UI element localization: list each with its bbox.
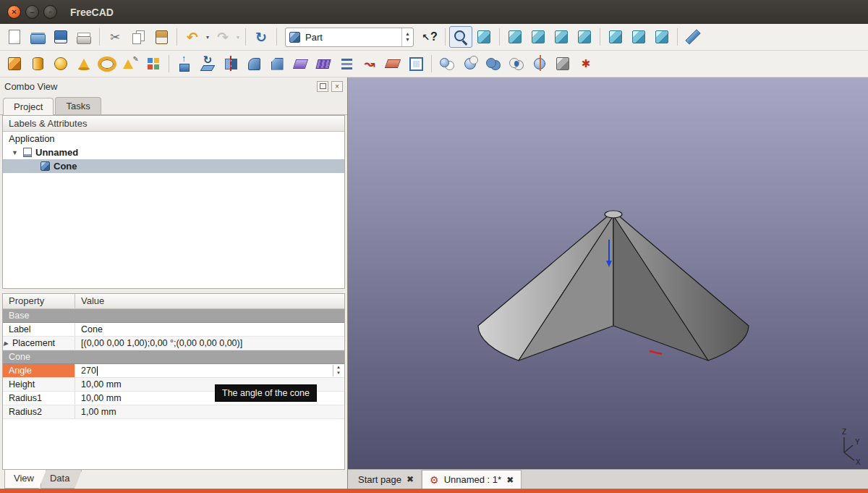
left-view-icon[interactable] (627, 26, 650, 48)
offset-icon[interactable] (404, 53, 427, 75)
combo-view-tabs: Project Tasks (0, 95, 347, 115)
shape-builder-icon[interactable] (142, 53, 165, 75)
dimetric-view-icon[interactable] (650, 26, 673, 48)
tree-item-application[interactable]: Application (3, 132, 344, 146)
tab-tasks[interactable]: Tasks (55, 97, 101, 114)
tab-project[interactable]: Project (3, 98, 54, 115)
refresh-icon[interactable] (250, 26, 273, 48)
tree-header: Labels & Attributes (3, 116, 344, 132)
paste-icon[interactable] (150, 26, 173, 48)
document-icon (23, 148, 32, 157)
torus-icon[interactable] (95, 53, 119, 75)
section-icon[interactable] (381, 53, 404, 75)
new-document-icon[interactable] (3, 26, 26, 48)
window-bottom-edge (0, 489, 868, 493)
tree-item-unnamed[interactable]: Unnamed (3, 146, 344, 159)
separator (99, 28, 100, 46)
mirror-icon[interactable] (219, 53, 242, 75)
redo-dropdown-arrow[interactable]: ▾ (234, 26, 242, 48)
property-group-base[interactable]: Base (3, 309, 344, 323)
part-workbench-icon (289, 32, 300, 43)
sphere-icon[interactable] (49, 53, 72, 75)
open-document-icon[interactable] (26, 26, 49, 48)
tab-start-page[interactable]: Start page (351, 470, 422, 489)
close-panel-icon[interactable]: × (331, 81, 343, 92)
top-view-icon[interactable] (527, 26, 550, 48)
ruled-surface-icon[interactable] (312, 53, 335, 75)
cone-shape-icon (41, 161, 50, 171)
front-view-icon[interactable] (503, 26, 527, 48)
compound-icon[interactable] (551, 53, 574, 75)
viewport-panel: Z Y X Start page Unnamed : 1* (348, 77, 868, 489)
union-icon[interactable] (482, 53, 505, 75)
tab-view[interactable]: View (4, 470, 46, 489)
window-close-button[interactable]: ✕ (7, 5, 21, 19)
fillet-icon[interactable] (242, 53, 265, 75)
tab-unnamed-document[interactable]: Unnamed : 1* (422, 470, 522, 489)
property-row-label[interactable]: Label Cone (3, 323, 344, 337)
box-icon[interactable] (3, 53, 26, 75)
axis-indicator: Z Y X (842, 428, 861, 466)
create-primitives-icon[interactable] (119, 53, 142, 75)
right-view-icon[interactable] (550, 26, 573, 48)
bottom-view-icon[interactable] (604, 26, 627, 48)
close-tab-icon[interactable] (407, 474, 414, 484)
column-value: Value (75, 294, 344, 308)
property-group-cone[interactable]: Cone (3, 350, 344, 364)
save-document-icon[interactable] (49, 26, 72, 48)
copy-icon[interactable] (127, 26, 150, 48)
property-row-angle[interactable]: Angle 270 ▲▼ (3, 364, 344, 378)
fit-all-icon[interactable] (449, 26, 472, 48)
expander-icon[interactable] (12, 149, 19, 156)
cone-icon[interactable] (72, 53, 95, 75)
separator (499, 28, 500, 46)
chamfer-icon[interactable] (265, 53, 289, 75)
redo-icon[interactable] (211, 26, 234, 48)
float-panel-icon[interactable] (317, 81, 328, 92)
separator (431, 55, 432, 72)
window-minimize-button[interactable]: – (25, 5, 39, 19)
combo-view-header: Combo View × (0, 77, 347, 95)
tooltip: The angle of the cone (215, 384, 317, 402)
intersection-icon[interactable] (505, 53, 528, 75)
workbench-selector-spinner[interactable]: ▲▼ (401, 28, 413, 46)
sweep-icon[interactable] (358, 53, 381, 75)
property-row-placement[interactable]: Placement [(0,00 0,00 1,00);0,00 °;(0,00… (3, 337, 344, 350)
cut-icon[interactable] (103, 26, 127, 48)
section-cut-icon[interactable] (528, 53, 551, 75)
make-face-icon[interactable] (289, 53, 312, 75)
loft-icon[interactable] (335, 53, 358, 75)
measure-distance-icon[interactable] (681, 26, 705, 48)
window-title: FreeCAD (70, 7, 114, 18)
undo-dropdown-arrow[interactable]: ▾ (204, 26, 211, 48)
tab-data[interactable]: Data (41, 470, 82, 489)
workbench-selector[interactable]: Part ▲▼ (285, 28, 414, 47)
separator (176, 28, 177, 46)
undo-icon[interactable] (181, 26, 204, 48)
angle-spinner[interactable]: ▲▼ (333, 365, 344, 376)
tree-item-cone[interactable]: Cone (3, 159, 344, 173)
revolve-icon[interactable] (196, 53, 219, 75)
property-row-radius2[interactable]: Radius2 1,00 mm (3, 405, 344, 419)
angle-value-input[interactable]: 270 ▲▼ (75, 364, 344, 377)
defeaturing-icon[interactable] (574, 53, 597, 75)
axonometric-view-icon[interactable] (472, 26, 495, 48)
whats-this-icon[interactable] (418, 26, 441, 48)
rear-view-icon[interactable] (573, 26, 596, 48)
extrude-icon[interactable] (173, 53, 196, 75)
window-maximize-button[interactable]: ▫ (43, 5, 57, 19)
freecad-window: ✕ – ▫ FreeCAD ▾ ▾ Part ▲▼ (0, 0, 868, 493)
close-tab-icon[interactable] (506, 475, 514, 485)
placement-expander-icon[interactable] (4, 340, 8, 347)
boolean-icon[interactable] (435, 53, 459, 75)
cut-boolean-icon[interactable] (459, 53, 482, 75)
cylinder-icon[interactable] (26, 53, 49, 75)
separator (245, 28, 246, 46)
print-icon[interactable] (72, 26, 95, 48)
workbench-selector-value: Part (300, 32, 401, 43)
column-property: Property (3, 294, 75, 308)
separator (276, 28, 277, 46)
main-area: Combo View × Project Tasks Labels & Attr… (0, 77, 868, 489)
freecad-document-icon (430, 474, 439, 486)
3d-viewport[interactable]: Z Y X (348, 77, 868, 469)
